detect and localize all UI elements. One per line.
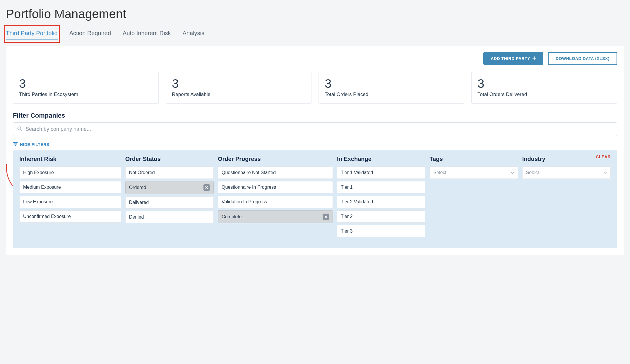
hide-filters-toggle[interactable]: HIDE FILTERS — [13, 142, 49, 147]
add-third-party-button[interactable]: ADD THIRD PARTY — [483, 52, 543, 65]
stat-label: Third Parties in Ecosystem — [19, 92, 153, 97]
filter-option-not-ordered[interactable]: Not Ordered — [125, 166, 214, 179]
filter-option-label: Tier 1 Validated — [341, 170, 373, 175]
filter-option-label: Questionnaire In Progress — [222, 185, 276, 190]
chevron-down-icon — [511, 170, 514, 175]
search-icon — [17, 126, 22, 133]
filter-option-label: Tier 3 — [341, 229, 352, 234]
tab-auto-inherent-risk[interactable]: Auto Inherent Risk — [123, 27, 171, 40]
filter-option-label: Questionnaire Not Started — [222, 170, 276, 175]
filter-option-label: Unconfirmed Exposure — [23, 214, 71, 219]
filter-section-title: Filter Companies — [13, 112, 617, 119]
filter-option-complete[interactable]: Complete — [218, 210, 333, 223]
stat-card-reports: 3 Reports Available — [166, 72, 311, 104]
filter-option-label: Complete — [222, 214, 242, 219]
filter-option-low-exposure[interactable]: Low Exposure — [19, 196, 121, 208]
search-wrap — [13, 122, 617, 136]
filter-header: Order Progress — [218, 156, 333, 162]
filter-option-validation-in-progress[interactable]: Validation In Progress — [218, 196, 333, 208]
chevron-down-icon — [603, 170, 607, 175]
filter-option-label: High Exposure — [23, 170, 54, 175]
filter-header: Inherent Risk — [19, 156, 121, 162]
filter-option-tier1-validated[interactable]: Tier 1 Validated — [337, 166, 425, 179]
filter-col-in-exchange: In Exchange Tier 1 Validated Tier 1 Tier… — [337, 156, 425, 240]
remove-filter-icon[interactable] — [203, 184, 210, 191]
filter-option-label: Tier 2 Validated — [341, 199, 373, 205]
filter-option-delivered[interactable]: Delivered — [125, 196, 214, 209]
filter-col-tags: Tags Select — [429, 156, 518, 240]
hide-filters-label: HIDE FILTERS — [20, 142, 49, 147]
filter-option-label: Validation In Progress — [222, 199, 267, 205]
filters-panel: CLEAR Inherent Risk High Exposure Medium… — [13, 150, 617, 248]
filter-option-high-exposure[interactable]: High Exposure — [19, 166, 121, 179]
filter-option-label: Ordered — [129, 185, 146, 190]
filter-option-label: Tier 2 — [341, 214, 352, 219]
filter-option-label: Delivered — [129, 200, 149, 205]
svg-rect-3 — [14, 144, 17, 145]
filter-col-order-status: Order Status Not Ordered Ordered Deliver… — [125, 156, 214, 240]
download-data-button[interactable]: DOWNLOAD DATA (XLSX) — [548, 52, 617, 65]
stat-card-orders-delivered: 3 Total Orders Delivered — [471, 72, 617, 104]
remove-filter-icon[interactable] — [323, 214, 329, 220]
filter-option-medium-exposure[interactable]: Medium Exposure — [19, 181, 121, 193]
stat-value: 3 — [172, 77, 305, 90]
filter-option-label: Not Ordered — [129, 170, 155, 175]
filter-header: Tags — [429, 156, 518, 162]
svg-line-1 — [20, 129, 22, 131]
page-title: Portfolio Management — [0, 0, 630, 27]
svg-point-0 — [18, 127, 21, 130]
stat-value: 3 — [325, 77, 458, 90]
filter-option-tier3[interactable]: Tier 3 — [337, 225, 425, 237]
filter-option-tier2[interactable]: Tier 2 — [337, 210, 425, 223]
filter-header: In Exchange — [337, 156, 425, 162]
stat-label: Reports Available — [172, 92, 305, 97]
stat-card-orders-placed: 3 Total Orders Placed — [319, 72, 464, 104]
filter-option-label: Tier 1 — [341, 185, 352, 190]
filter-col-industry: Industry Select — [522, 156, 611, 240]
add-third-party-label: ADD THIRD PARTY — [491, 56, 530, 61]
stats-row: 3 Third Parties in Ecosystem 3 Reports A… — [13, 72, 617, 104]
tags-select[interactable]: Select — [429, 166, 518, 179]
filter-option-tier2-validated[interactable]: Tier 2 Validated — [337, 196, 425, 208]
stat-value: 3 — [19, 77, 153, 90]
filter-option-unconfirmed-exposure[interactable]: Unconfirmed Exposure — [19, 210, 121, 223]
tab-action-required[interactable]: Action Required — [69, 27, 111, 40]
filter-option-ordered[interactable]: Ordered — [125, 181, 214, 194]
filter-header: Order Status — [125, 156, 214, 162]
filter-icon — [13, 142, 18, 147]
tabs-bar: Third Party Portfolio Action Required Au… — [0, 27, 630, 40]
filter-option-questionnaire-in-progress[interactable]: Questionnaire In Progress — [218, 181, 333, 193]
stat-value: 3 — [477, 77, 611, 90]
filter-option-denied[interactable]: Denied — [125, 211, 214, 223]
filter-option-label: Low Exposure — [23, 199, 53, 205]
filter-option-tier1[interactable]: Tier 1 — [337, 181, 425, 193]
stat-label: Total Orders Placed — [325, 92, 458, 97]
filter-col-inherent-risk: Inherent Risk High Exposure Medium Expos… — [19, 156, 121, 240]
tab-third-party-portfolio[interactable]: Third Party Portfolio — [6, 27, 58, 40]
filter-option-questionnaire-not-started[interactable]: Questionnaire Not Started — [218, 166, 333, 179]
filter-col-order-progress: Order Progress Questionnaire Not Started… — [218, 156, 333, 240]
industry-select[interactable]: Select — [522, 166, 611, 179]
stat-card-ecosystem: 3 Third Parties in Ecosystem — [13, 72, 159, 104]
clear-filters-button[interactable]: CLEAR — [596, 154, 611, 159]
tab-analysis[interactable]: Analysis — [183, 27, 204, 40]
select-placeholder: Select — [433, 170, 446, 175]
download-data-label: DOWNLOAD DATA (XLSX) — [556, 56, 610, 61]
svg-rect-4 — [15, 145, 16, 146]
actions-row: ADD THIRD PARTY DOWNLOAD DATA (XLSX) — [13, 52, 617, 65]
content-panel: ADD THIRD PARTY DOWNLOAD DATA (XLSX) 3 T… — [6, 46, 624, 255]
stat-label: Total Orders Delivered — [477, 92, 611, 97]
search-input[interactable] — [13, 122, 617, 136]
filter-option-label: Denied — [129, 214, 144, 220]
svg-rect-2 — [13, 142, 18, 143]
filter-option-label: Medium Exposure — [23, 185, 61, 190]
plus-icon — [533, 56, 536, 61]
select-placeholder: Select — [526, 170, 539, 175]
